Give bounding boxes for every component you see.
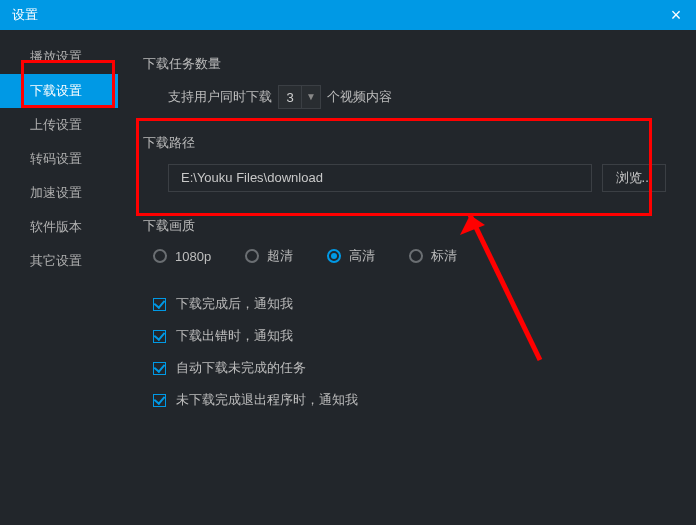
download-path-row: E:\Youku Files\download 浏览... [168, 164, 666, 192]
sidebar-item-version[interactable]: 软件版本 [0, 210, 118, 244]
checkbox-icon [153, 298, 166, 311]
checkbox-label: 自动下载未完成的任务 [176, 359, 306, 377]
radio-superhd[interactable]: 超清 [245, 247, 293, 265]
radio-icon [327, 249, 341, 263]
body: 播放设置 下载设置 上传设置 转码设置 加速设置 软件版本 其它设置 下载任务数… [0, 30, 696, 525]
radio-sd[interactable]: 标清 [409, 247, 457, 265]
sidebar-item-label: 上传设置 [30, 117, 82, 132]
checkbox-list: 下载完成后，通知我 下载出错时，通知我 自动下载未完成的任务 未下载完成退出程序… [153, 295, 666, 409]
radio-label: 高清 [349, 247, 375, 265]
sidebar: 播放设置 下载设置 上传设置 转码设置 加速设置 软件版本 其它设置 [0, 30, 118, 525]
radio-icon [409, 249, 423, 263]
download-tasks-title: 下载任务数量 [143, 55, 666, 73]
checkbox-label: 下载出错时，通知我 [176, 327, 293, 345]
titlebar: 设置 × [0, 0, 696, 30]
sidebar-item-label: 下载设置 [30, 83, 82, 98]
sidebar-item-accelerate[interactable]: 加速设置 [0, 176, 118, 210]
content: 下载任务数量 支持用户同时下载 3 ▼ 个视频内容 下载路径 E:\Youku … [118, 30, 696, 525]
sidebar-item-label: 播放设置 [30, 49, 82, 64]
download-path-input[interactable]: E:\Youku Files\download [168, 164, 592, 192]
window-title: 设置 [12, 6, 38, 24]
sidebar-item-transcode[interactable]: 转码设置 [0, 142, 118, 176]
radio-label: 1080p [175, 249, 211, 264]
checkbox-icon [153, 330, 166, 343]
sidebar-item-play[interactable]: 播放设置 [0, 40, 118, 74]
radio-hd[interactable]: 高清 [327, 247, 375, 265]
tasks-prefix: 支持用户同时下载 [168, 88, 272, 106]
checkbox-notify-exit[interactable]: 未下载完成退出程序时，通知我 [153, 391, 666, 409]
sidebar-item-label: 软件版本 [30, 219, 82, 234]
sidebar-item-other[interactable]: 其它设置 [0, 244, 118, 278]
tasks-dropdown-value: 3 [279, 90, 301, 105]
checkbox-auto-resume[interactable]: 自动下载未完成的任务 [153, 359, 666, 377]
radio-icon [153, 249, 167, 263]
radio-icon [245, 249, 259, 263]
checkbox-label: 未下载完成退出程序时，通知我 [176, 391, 358, 409]
browse-button[interactable]: 浏览... [602, 164, 666, 192]
checkbox-notify-error[interactable]: 下载出错时，通知我 [153, 327, 666, 345]
checkbox-icon [153, 362, 166, 375]
checkbox-label: 下载完成后，通知我 [176, 295, 293, 313]
chevron-down-icon: ▼ [301, 86, 320, 108]
radio-1080p[interactable]: 1080p [153, 249, 211, 264]
quality-row: 1080p 超清 高清 标清 [153, 247, 666, 265]
tasks-dropdown[interactable]: 3 ▼ [278, 85, 321, 109]
download-tasks-row: 支持用户同时下载 3 ▼ 个视频内容 [168, 85, 666, 109]
checkbox-icon [153, 394, 166, 407]
sidebar-item-download[interactable]: 下载设置 [0, 74, 118, 108]
download-path-title: 下载路径 [143, 134, 666, 152]
sidebar-item-label: 加速设置 [30, 185, 82, 200]
tasks-suffix: 个视频内容 [327, 88, 392, 106]
sidebar-item-upload[interactable]: 上传设置 [0, 108, 118, 142]
download-path-section: 下载路径 E:\Youku Files\download 浏览... [143, 134, 666, 192]
quality-title: 下载画质 [143, 217, 666, 235]
checkbox-notify-complete[interactable]: 下载完成后，通知我 [153, 295, 666, 313]
sidebar-item-label: 转码设置 [30, 151, 82, 166]
radio-label: 标清 [431, 247, 457, 265]
sidebar-item-label: 其它设置 [30, 253, 82, 268]
radio-label: 超清 [267, 247, 293, 265]
close-icon[interactable]: × [666, 5, 686, 26]
